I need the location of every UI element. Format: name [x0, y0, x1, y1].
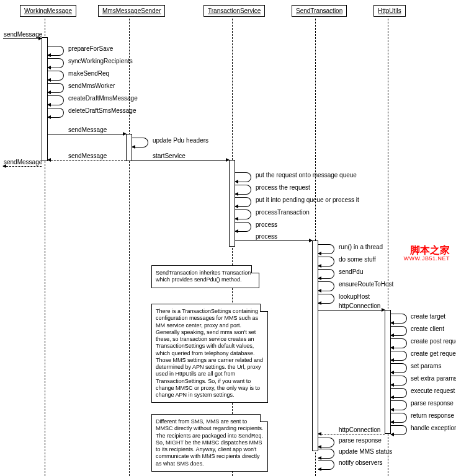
loop-returnresponse	[391, 413, 407, 423]
loop-createpostrequest	[391, 338, 407, 348]
watermark-cn: 脚本之家	[403, 245, 450, 256]
loop-parseresponse-2	[318, 438, 334, 447]
note-sendtransaction-inherits: SendTransaction inherites Transaction wh…	[151, 265, 259, 288]
label-putrequestqueue: put the request onto message queue	[256, 172, 357, 178]
label-updatemmsstatus: update MMS status	[339, 448, 392, 455]
label-ensureroutetohost: ensureRouteToHost	[339, 281, 393, 288]
loop-handleexceptions	[391, 425, 407, 435]
arrow-httpconnection-1	[318, 310, 385, 311]
label-httpconnection-ret: httpConnection	[339, 426, 380, 433]
label-sendpdu: sendPdu	[339, 268, 363, 275]
loop-ensureroutetohost	[318, 281, 334, 291]
watermark-url: WWW.JB51.NET	[403, 256, 450, 262]
label-runthread: run() in a thread	[339, 244, 383, 250]
loop-deletedraftsmsmessage	[48, 108, 64, 118]
loop-dosomestuff	[318, 257, 334, 267]
label-startservice: startService	[153, 152, 186, 159]
label-setparams: set params	[411, 363, 441, 369]
label-deletedraftsmsmessage: deleteDraftSmsMessage	[68, 107, 136, 114]
label-prepareforsave: prepareForSave	[68, 45, 113, 52]
loop-process-1	[235, 222, 251, 232]
loop-pendingorprocess	[235, 197, 251, 207]
label-parseresponse-2: parse response	[339, 437, 382, 444]
label-makesendreq: makeSendReq	[68, 70, 109, 77]
label-httpconnection-1: httpConnection	[339, 302, 380, 309]
loop-sendmmsworker	[48, 83, 64, 93]
label-returnresponse: return response	[411, 412, 454, 419]
loop-createtarget	[391, 314, 407, 324]
label-creategetrequest: create get request	[411, 350, 456, 357]
lifeline-workingmessage: WorkingMessage	[20, 5, 76, 17]
label-notifyobservers: notify observers	[339, 459, 383, 466]
lifeline-sendtransaction: SendTransaction	[292, 5, 347, 17]
label-createdraftmmsmessage: createDraftMmsMessage	[68, 95, 138, 102]
loop-putrequestqueue	[235, 172, 251, 182]
label-handleexceptions: handle exceptions	[411, 425, 456, 431]
loop-processrequest	[235, 185, 251, 195]
loop-createclient	[391, 326, 407, 336]
loop-creategetrequest	[391, 351, 407, 361]
label-sendmessage-1: sendMessage	[68, 126, 107, 133]
activation-transactionservice	[229, 160, 235, 247]
loop-syncworkingrecipients	[48, 58, 64, 68]
loop-updatemmsstatus	[318, 449, 334, 459]
loop-lookuphost	[318, 294, 334, 304]
return-sendmessage-out	[3, 166, 42, 167]
loop-processtransaction	[235, 209, 251, 219]
arrow-startservice	[132, 160, 229, 161]
loop-prepareforsave	[48, 46, 64, 56]
arrow-sendmessage-1	[48, 134, 126, 134]
label-lookuphost: lookupHost	[339, 293, 370, 300]
loop-notifyobservers	[318, 460, 334, 470]
activation-sendtransaction	[312, 240, 318, 451]
loop-setparams	[391, 363, 407, 373]
loop-sendpdu	[318, 269, 334, 279]
loop-parseresponse-1	[391, 400, 407, 410]
note-transactionsettings: There is a TransactionSettings containin…	[151, 304, 268, 403]
label-createtarget: create target	[411, 313, 445, 320]
label-pendingorprocess: put it into pending queue or process it	[256, 196, 359, 203]
watermark: 脚本之家 WWW.JB51.NET	[403, 245, 450, 262]
loop-runthread	[318, 244, 334, 254]
label-parseresponse-1: parse response	[411, 400, 454, 407]
return-sendmessage-mid	[48, 160, 126, 161]
label-sendmmsworker: sendMmsWorker	[68, 82, 115, 89]
label-process-1: process	[256, 221, 277, 228]
label-setextraparams: set extra params	[411, 375, 456, 382]
arrow-process-2	[235, 240, 312, 241]
label-createpostrequest: create post request	[411, 338, 456, 345]
label-syncworkingrecipients: syncWorkingRecipients	[68, 58, 133, 64]
return-httpconnection	[318, 434, 385, 434]
loop-makesendreq	[48, 71, 64, 81]
label-createclient: create client	[411, 325, 444, 332]
label-sendmessage-in: sendMessage	[4, 31, 42, 38]
loop-updatepduheaders	[132, 138, 148, 148]
label-updatepduheaders: update Pdu headers	[153, 137, 208, 144]
lifeline-mmsmessagesender: MmsMessageSender	[98, 5, 165, 17]
loop-executerequest	[391, 388, 407, 398]
label-processtransaction: processTransaction	[256, 209, 310, 216]
label-sendmessage-ret-mid: sendMessage	[68, 152, 107, 159]
arrow-sendmessage-in	[3, 38, 42, 39]
label-executerequest: execute request	[411, 387, 455, 394]
loop-createdraftmmsmessage	[48, 95, 64, 105]
lifeline-transactionservice: TransactionService	[203, 5, 265, 17]
label-dosomestuff: do some stuff	[339, 256, 376, 263]
loop-setextraparams	[391, 376, 407, 386]
label-process-2: process	[256, 233, 277, 240]
label-processrequest: process the request	[256, 184, 310, 191]
lifeline-httputils: HttpUtils	[373, 5, 406, 17]
label-sendmessage-ret-out: sendMessage	[4, 159, 42, 165]
note-mms-vs-sms: Different from SMS, MMS are sent to MMSC…	[151, 414, 268, 472]
